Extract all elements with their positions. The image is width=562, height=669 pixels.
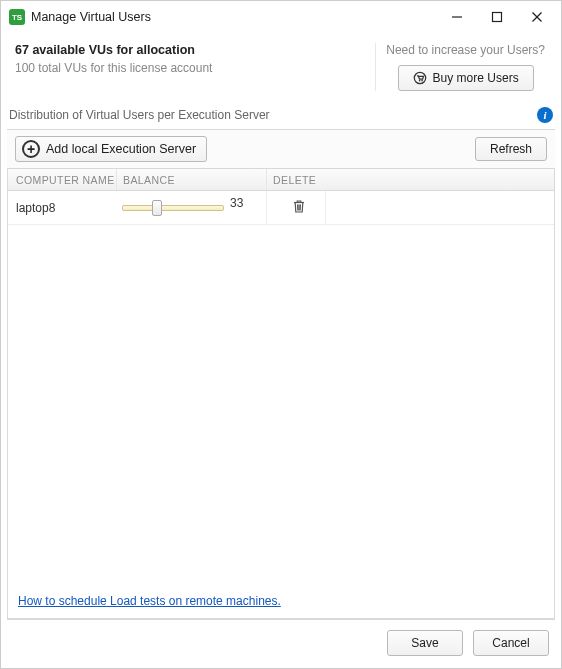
cancel-button[interactable]: Cancel bbox=[473, 630, 549, 656]
trash-icon[interactable] bbox=[292, 199, 306, 217]
table-footer: How to schedule Load tests on remote mac… bbox=[8, 584, 554, 619]
titlebar: TS Manage Virtual Users bbox=[1, 1, 561, 33]
save-label: Save bbox=[411, 636, 438, 650]
summary-section: 67 available VUs for allocation 100 tota… bbox=[1, 33, 561, 101]
close-button[interactable] bbox=[517, 3, 557, 31]
svg-rect-1 bbox=[493, 13, 502, 22]
col-header-delete: DELETE bbox=[266, 169, 326, 190]
minimize-button[interactable] bbox=[437, 3, 477, 31]
distribution-header-text: Distribution of Virtual Users per Execut… bbox=[9, 108, 537, 122]
col-header-name: COMPUTER NAME bbox=[8, 169, 116, 190]
distribution-toolbar: + Add local Execution Server Refresh bbox=[7, 129, 555, 169]
buy-more-users-button[interactable]: Buy more Users bbox=[398, 65, 534, 91]
summary-right: Need to increase your Users? Buy more Us… bbox=[375, 43, 547, 91]
total-vus-text: 100 total VUs for this license account bbox=[15, 61, 375, 75]
svg-point-6 bbox=[421, 80, 423, 82]
refresh-label: Refresh bbox=[490, 142, 532, 156]
available-vus-text: 67 available VUs for allocation bbox=[15, 43, 375, 57]
table-header: COMPUTER NAME BALANCE DELETE bbox=[8, 169, 554, 191]
buy-hint-text: Need to increase your Users? bbox=[386, 43, 545, 57]
col-header-balance: BALANCE bbox=[116, 169, 266, 190]
delete-cell bbox=[266, 191, 326, 224]
servers-table: COMPUTER NAME BALANCE DELETE laptop833 H… bbox=[7, 169, 555, 620]
cancel-label: Cancel bbox=[492, 636, 529, 650]
info-icon[interactable]: i bbox=[537, 107, 553, 123]
table-body: laptop833 bbox=[8, 191, 554, 584]
summary-left: 67 available VUs for allocation 100 tota… bbox=[15, 43, 375, 91]
plus-icon: + bbox=[22, 140, 40, 158]
buy-more-users-label: Buy more Users bbox=[433, 71, 519, 85]
svg-point-5 bbox=[418, 80, 420, 82]
distribution-header: Distribution of Virtual Users per Execut… bbox=[1, 101, 561, 129]
app-icon: TS bbox=[9, 9, 25, 25]
balance-slider[interactable] bbox=[122, 199, 224, 217]
add-local-server-button[interactable]: + Add local Execution Server bbox=[15, 136, 207, 162]
table-row: laptop833 bbox=[8, 191, 554, 225]
maximize-button[interactable] bbox=[477, 3, 517, 31]
add-local-server-label: Add local Execution Server bbox=[46, 142, 196, 156]
refresh-button[interactable]: Refresh bbox=[475, 137, 547, 161]
server-name: laptop8 bbox=[8, 201, 116, 215]
save-button[interactable]: Save bbox=[387, 630, 463, 656]
balance-value: 33 bbox=[230, 196, 243, 210]
window-title: Manage Virtual Users bbox=[31, 10, 437, 24]
cart-icon bbox=[413, 71, 427, 85]
help-link[interactable]: How to schedule Load tests on remote mac… bbox=[18, 594, 281, 608]
svg-point-4 bbox=[414, 72, 425, 83]
manage-vu-dialog: TS Manage Virtual Users 67 available VUs… bbox=[0, 0, 562, 669]
dialog-footer: Save Cancel bbox=[1, 620, 561, 668]
balance-cell: 33 bbox=[116, 199, 266, 217]
window-controls bbox=[437, 3, 557, 31]
